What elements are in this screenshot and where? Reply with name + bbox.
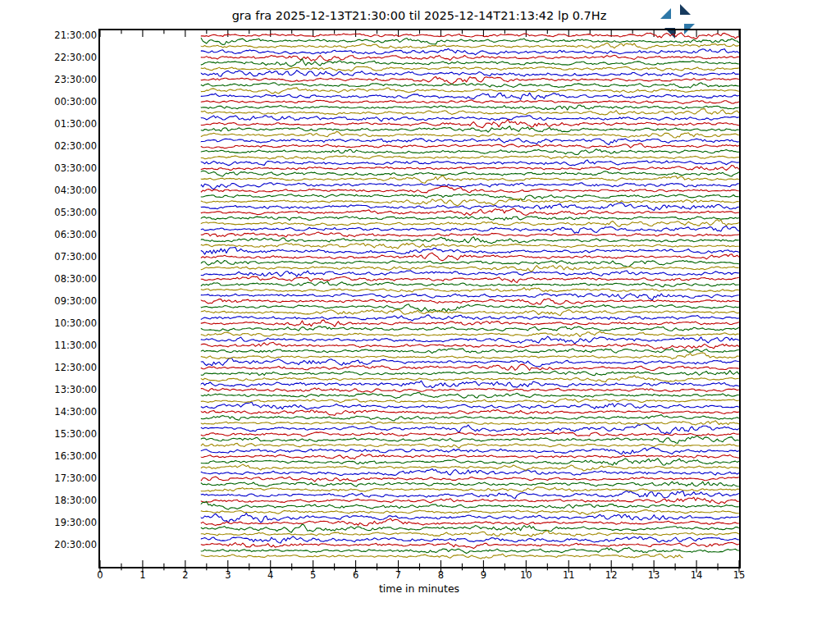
seismic-trace-olive	[100, 509, 739, 537]
seismic-trace-red	[100, 231, 739, 238]
y-axis-label: 09:30:00	[31, 295, 97, 307]
seismic-trace-olive	[100, 536, 683, 562]
y-axis-label: 12:30:00	[31, 362, 97, 373]
seismic-trace-red	[100, 432, 739, 438]
seismic-trace-blue	[100, 491, 739, 498]
seismic-trace-olive	[100, 258, 739, 294]
x-axis-tick-label: 2	[173, 569, 198, 581]
seismic-trace-blue	[100, 358, 739, 367]
helicorder-page: gra fra 2025-12-13T21:30:00 til 2025-12-…	[0, 0, 840, 630]
seismic-trace-blue	[100, 93, 739, 99]
y-axis-label: 16:30:00	[31, 450, 97, 462]
y-axis-label: 06:30:00	[31, 229, 97, 240]
seismic-trace-green	[100, 436, 739, 443]
seismic-trace-olive	[100, 456, 739, 493]
seismic-trace-olive	[100, 433, 739, 472]
y-axis-label: 15:30:00	[31, 428, 97, 440]
y-axis-label: 08:30:00	[31, 273, 97, 285]
seismic-trace-blue	[100, 469, 739, 476]
seismic-trace-green	[100, 304, 739, 313]
seismic-trace-red	[100, 518, 739, 526]
y-axis-label: 01:30:00	[31, 118, 97, 130]
y-axis-label: 23:30:00	[31, 74, 97, 85]
helicorder-plot	[0, 0, 840, 630]
seismic-trace-blue	[100, 381, 739, 388]
seismic-trace-green	[100, 415, 739, 421]
seismic-trace-green	[100, 126, 739, 133]
seismic-trace-green	[100, 482, 739, 486]
seismic-trace-green	[100, 371, 739, 376]
x-axis-tick-label: 14	[684, 569, 709, 581]
seismic-trace-green	[100, 171, 739, 176]
seismic-trace-green	[100, 459, 739, 465]
y-axis-label: 19:30:00	[31, 517, 97, 528]
seismic-trace-green	[100, 103, 739, 111]
seismic-trace-red	[100, 542, 739, 548]
seismic-trace-blue	[100, 336, 739, 344]
seismic-trace-green	[100, 59, 739, 66]
seismic-trace-blue	[100, 71, 739, 77]
y-axis-label: 17:30:00	[31, 472, 97, 484]
seismic-trace-red	[100, 497, 739, 504]
x-axis-tick-label: 6	[344, 569, 368, 581]
y-axis-label: 22:30:00	[31, 52, 97, 63]
x-axis-tick-label: 10	[514, 569, 538, 581]
seismic-trace-red	[100, 320, 739, 326]
seismic-trace-green	[100, 38, 739, 44]
seismic-trace-green	[100, 547, 739, 553]
x-axis-tick-label: 13	[641, 569, 666, 581]
y-axis-label: 20:30:00	[31, 539, 97, 550]
seismic-trace-blue	[100, 160, 739, 166]
seismic-trace-red	[100, 144, 739, 148]
seismic-trace-blue	[100, 291, 739, 304]
seismic-trace-blue	[100, 116, 739, 123]
y-axis-label: 14:30:00	[31, 406, 97, 418]
x-axis-tick-label: 15	[727, 569, 751, 581]
seismic-trace-olive	[100, 89, 739, 116]
seismic-trace-blue	[100, 448, 739, 455]
seismic-trace-green	[100, 83, 739, 88]
x-axis-tick-label: 5	[301, 569, 326, 581]
seismic-trace-red	[100, 388, 739, 392]
x-axis-tick-label: 12	[599, 569, 623, 581]
seismic-trace-red	[100, 364, 739, 370]
seismic-trace-red	[100, 55, 739, 61]
seismic-trace-red	[100, 165, 739, 170]
seismic-trace-green	[100, 392, 739, 400]
y-axis-label: 00:30:00	[31, 96, 97, 107]
y-axis-label: 13:30:00	[31, 384, 97, 395]
seismic-trace-blue	[100, 536, 739, 543]
seismic-trace-olive	[100, 193, 739, 227]
seismic-trace-green	[100, 501, 739, 509]
y-axis-label: 10:30:00	[31, 317, 97, 329]
seismic-trace-green	[100, 524, 739, 532]
seismic-trace-red	[100, 454, 739, 459]
seismic-trace-green	[100, 349, 739, 354]
seismic-trace-olive	[100, 100, 739, 140]
seismic-trace-red	[100, 275, 739, 283]
seismic-trace-olive	[100, 180, 739, 208]
seismic-trace-blue	[100, 269, 739, 278]
x-axis-tick-label: 1	[130, 569, 155, 581]
seismic-trace-red	[100, 342, 739, 349]
seismic-trace-blue	[100, 139, 739, 145]
x-axis-tick-label: 7	[386, 569, 411, 581]
y-axis-label: 02:30:00	[31, 140, 97, 152]
x-axis-tick-label: 8	[428, 569, 453, 581]
seismic-trace-olive	[100, 41, 739, 72]
seismic-trace-red	[100, 99, 739, 106]
seismic-trace-green	[100, 149, 739, 155]
y-axis-label: 11:30:00	[31, 340, 97, 351]
y-axis-label: 21:30:00	[31, 30, 97, 41]
y-axis-label: 18:30:00	[31, 495, 97, 506]
seismic-trace-blue	[100, 402, 739, 409]
y-axis-label: 05:30:00	[31, 207, 97, 218]
x-axis-tick-label: 9	[471, 569, 495, 581]
y-axis-label: 07:30:00	[31, 251, 97, 262]
x-axis-tick-label: 11	[556, 569, 581, 581]
seismic-trace-red	[100, 208, 739, 215]
seismic-trace-blue	[100, 424, 739, 435]
x-axis-title: time in minutes	[337, 582, 501, 595]
seismic-trace-red	[100, 299, 739, 304]
seismic-trace-green	[100, 237, 739, 244]
